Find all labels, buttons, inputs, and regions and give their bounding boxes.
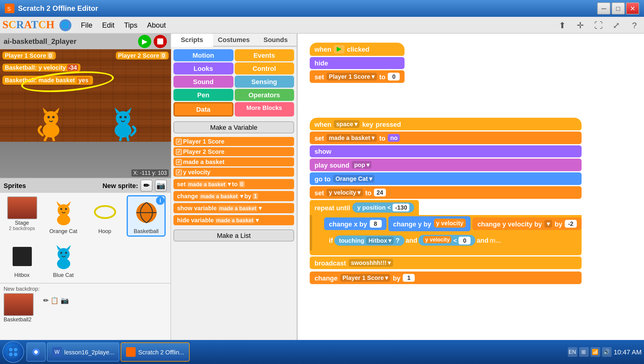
- help-icon[interactable]: ?: [627, 18, 642, 32]
- cat-looks[interactable]: Looks: [173, 62, 233, 74]
- change-score-block[interactable]: change Player 1 Score ▾ by 1: [310, 271, 582, 284]
- set-made-block[interactable]: set made a basket▾ to 0: [173, 179, 294, 189]
- score-input-0[interactable]: 0: [388, 73, 400, 80]
- upload-icon[interactable]: ⬆: [555, 18, 570, 32]
- green-flag-button[interactable]: ▶: [138, 35, 151, 48]
- sound-dropdown[interactable]: pop ▾: [352, 161, 372, 169]
- make-list-btn[interactable]: Make a List: [173, 229, 294, 241]
- no-input[interactable]: no: [388, 134, 400, 142]
- cat-events[interactable]: Events: [234, 49, 294, 61]
- hide-block[interactable]: hide: [310, 57, 405, 69]
- change-yvel-block[interactable]: change y velocity by ▾ by -2: [473, 217, 582, 230]
- set-made-dropdown[interactable]: made a basket: [187, 181, 227, 187]
- yvel-ref-block[interactable]: y velocity: [434, 219, 466, 228]
- taskbar-word[interactable]: W lesson16_2playe...: [47, 342, 120, 362]
- play-sound-block[interactable]: play sound pop ▾: [310, 159, 582, 171]
- expand-icon[interactable]: ⤢: [609, 18, 624, 32]
- scripts-area[interactable]: when clicked hide set: [298, 34, 644, 357]
- var-check-made[interactable]: ✓: [176, 159, 182, 165]
- cat-sound[interactable]: Sound: [173, 76, 233, 88]
- camera-icon[interactable]: 📷: [61, 297, 69, 305]
- var-p2score[interactable]: ✓ Player 2 Score: [173, 147, 294, 156]
- tab-costumes[interactable]: Costumes: [213, 34, 254, 46]
- by-1-input[interactable]: 1: [403, 274, 415, 282]
- menu-tips[interactable]: Tips: [119, 20, 142, 30]
- copy-icon[interactable]: 📋: [50, 297, 59, 305]
- show-var-block[interactable]: show variable made a basket▾: [173, 203, 294, 213]
- if-block[interactable]: if touching Hitbox ▾ ? and: [324, 232, 506, 248]
- set-yvel-block[interactable]: set y velocity ▾ to 24: [310, 186, 582, 199]
- edit-icon[interactable]: ✏: [43, 297, 49, 305]
- tab-scripts[interactable]: Scripts: [171, 34, 213, 47]
- space-dropdown[interactable]: space ▾: [334, 120, 360, 128]
- hitbox-item[interactable]: Hitbox: [2, 239, 41, 281]
- vel-input[interactable]: 24: [374, 189, 386, 196]
- when-clicked-block[interactable]: when clicked: [310, 43, 405, 56]
- menu-edit[interactable]: Edit: [97, 20, 119, 30]
- neg2-input[interactable]: -2: [565, 220, 577, 228]
- globe-icon[interactable]: 🌐: [59, 19, 71, 31]
- yvel-dropdown[interactable]: y velocity ▾: [327, 189, 363, 196]
- hitbox-dropdown[interactable]: Hitbox ▾: [366, 236, 394, 244]
- show-var-dropdown[interactable]: made a basket: [218, 205, 257, 211]
- make-variable-btn[interactable]: Make a Variable: [173, 121, 294, 133]
- set-p1score-block[interactable]: set Player 1 Score ▾ to 0: [310, 70, 405, 83]
- new-sprite-label: New sprite:: [102, 182, 138, 189]
- menu-about[interactable]: About: [142, 20, 171, 30]
- set-made-basket-block[interactable]: set made a basket ▾ to no: [310, 132, 582, 144]
- var-made[interactable]: ✓ made a basket: [173, 157, 294, 166]
- cat-operators[interactable]: Operators: [234, 89, 294, 101]
- tab-sounds[interactable]: Sounds: [255, 34, 296, 46]
- cat-control[interactable]: Control: [234, 62, 294, 74]
- new-sprite-btn[interactable]: 📷: [155, 180, 167, 192]
- var-yvel[interactable]: ✓ y velocity: [173, 168, 294, 177]
- p1score-change-dropdown[interactable]: Player 1 Score ▾: [340, 274, 390, 282]
- minimize-button[interactable]: ─: [597, 2, 610, 14]
- add-icon[interactable]: ✛: [573, 18, 588, 32]
- change-made-block[interactable]: change made a basket▾ by 1: [173, 191, 294, 201]
- cat-pen[interactable]: Pen: [173, 89, 233, 101]
- svg-point-40: [14, 353, 17, 356]
- neg130-input[interactable]: -130: [393, 204, 410, 211]
- made-basket-dropdown[interactable]: made a basket ▾: [327, 134, 377, 142]
- cat-data[interactable]: Data: [173, 102, 233, 117]
- var-check-yvel[interactable]: ✓: [176, 169, 182, 175]
- cat-more[interactable]: More Blocks: [234, 102, 294, 117]
- var-p1score[interactable]: ✓ Player 1 Score: [173, 137, 294, 146]
- taskbar-chrome[interactable]: [26, 342, 46, 362]
- hide-var-dropdown[interactable]: made a basket: [215, 217, 254, 223]
- go-to-dropdown[interactable]: Orange Cat ▾: [333, 175, 375, 183]
- var-check-p1[interactable]: ✓: [176, 138, 182, 144]
- broadcast-dropdown[interactable]: swooshhh!!! ▾: [348, 259, 393, 267]
- change-x-block[interactable]: change x by 8: [324, 217, 386, 230]
- cat-sensing[interactable]: Sensing: [234, 76, 294, 88]
- go-to-block[interactable]: go to Orange Cat ▾: [310, 172, 582, 185]
- paint-sprite-btn[interactable]: ✏: [140, 180, 152, 192]
- menu-file[interactable]: File: [76, 20, 97, 30]
- fullscreen-icon[interactable]: ⛶: [591, 18, 606, 32]
- blue-cat-item[interactable]: Blue Cat: [44, 239, 83, 281]
- x-val[interactable]: 8: [369, 220, 381, 228]
- when-space-block[interactable]: when space ▾ key pressed: [310, 118, 582, 130]
- change-dropdown[interactable]: made a basket: [199, 193, 239, 199]
- p1score-dropdown[interactable]: Player 1 Score ▾: [327, 73, 377, 80]
- broadcast-block[interactable]: broadcast swooshhh!!! ▾: [310, 256, 582, 269]
- show-block[interactable]: show: [310, 145, 582, 157]
- taskbar-scratch[interactable]: Scratch 2 Offlin...: [121, 342, 190, 362]
- yvel2-dropdown[interactable]: ▾: [544, 220, 552, 228]
- change-y-block[interactable]: change y by y velocity: [388, 216, 471, 231]
- var-check-p2[interactable]: ✓: [176, 149, 182, 155]
- stop-button[interactable]: [154, 35, 167, 48]
- repeat-until-hat[interactable]: repeat until y position < -130: [310, 200, 419, 215]
- hoop-item[interactable]: Hoop: [85, 195, 124, 237]
- stage-sprite-item[interactable]: Stage 2 backdrops: [2, 195, 41, 237]
- hide-var-block[interactable]: hide variable made a basket▾: [173, 215, 294, 225]
- start-button[interactable]: [2, 341, 24, 363]
- orange-cat-item[interactable]: Orange Cat: [44, 195, 83, 237]
- close-button[interactable]: ✕: [626, 2, 639, 14]
- cat-motion[interactable]: Motion: [173, 49, 233, 61]
- stage-label: Stage: [4, 220, 40, 226]
- basketball-item[interactable]: i Basketball: [127, 195, 166, 237]
- maximize-button[interactable]: □: [612, 2, 625, 14]
- zero-input[interactable]: 0: [459, 236, 471, 244]
